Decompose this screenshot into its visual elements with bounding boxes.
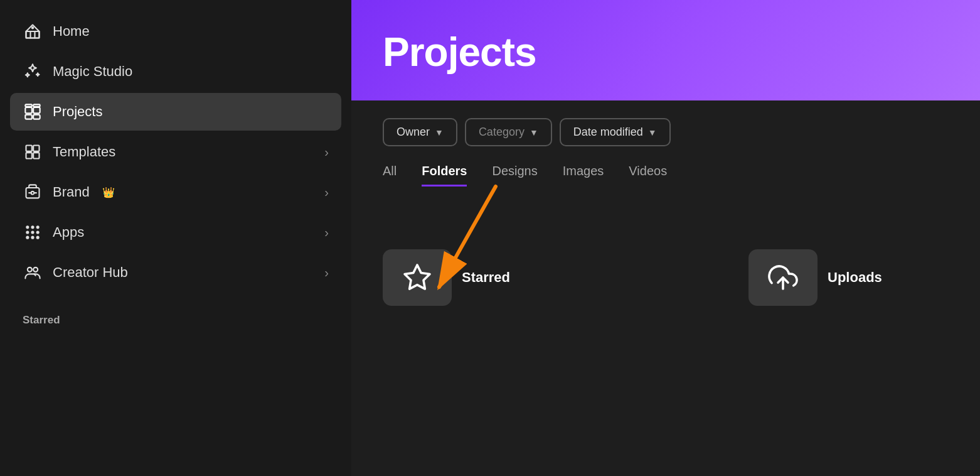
home-icon [23,21,43,41]
content-area: Starred Uploads [351,187,980,476]
tab-all[interactable]: All [383,164,397,187]
svg-point-22 [36,236,40,239]
sidebar-item-magic-studio[interactable]: Magic Studio [10,53,341,90]
svg-point-19 [36,230,40,234]
svg-point-15 [31,225,34,229]
sidebar-item-label: Brand [53,184,90,200]
main-content: Projects Owner ▼ Category ▼ Date modifie… [351,0,980,476]
date-modified-filter[interactable]: Date modified ▼ [560,118,671,146]
svg-marker-26 [405,265,430,289]
page-header: Projects [351,0,980,100]
sidebar-item-brand[interactable]: Brand 👑 › [10,173,341,211]
chevron-down-icon: ▼ [530,127,538,138]
svg-point-14 [26,225,29,229]
svg-rect-2 [25,107,32,113]
chevron-right-icon: › [324,266,329,280]
starred-folder-icon-box [383,249,452,306]
sidebar-item-projects[interactable]: Projects [10,93,341,131]
folder-uploads[interactable]: Uploads [748,249,882,306]
svg-point-13 [31,192,35,195]
svg-rect-0 [26,31,40,38]
tab-images[interactable]: Images [563,164,604,187]
chevron-right-icon: › [324,185,329,200]
category-filter[interactable]: Category ▼ [465,118,552,146]
crown-icon: 👑 [102,187,115,198]
starred-folder-label: Starred [462,269,510,286]
svg-point-17 [26,230,29,234]
svg-rect-8 [26,146,32,151]
svg-rect-12 [26,188,40,198]
chevron-down-icon: ▼ [648,127,657,138]
svg-rect-5 [33,115,40,119]
chevron-right-icon: › [324,225,329,240]
owner-filter[interactable]: Owner ▼ [383,118,457,146]
sidebar-item-creator-hub[interactable]: Creator Hub › [10,254,341,291]
sidebar-item-label: Home [53,23,90,40]
star-icon [402,262,432,293]
svg-rect-3 [33,107,40,113]
sidebar-item-label: Creator Hub [53,264,128,281]
sidebar: Home Magic Studio Projects [0,0,351,476]
sidebar-item-label: Magic Studio [53,63,132,80]
sidebar-item-label: Apps [53,224,84,241]
tab-videos[interactable]: Videos [629,164,667,187]
svg-rect-9 [33,146,39,151]
category-filter-label: Category [479,126,525,139]
sidebar-item-home[interactable]: Home [10,13,341,50]
svg-point-16 [36,225,40,229]
svg-rect-4 [25,115,32,119]
creator-hub-icon [23,262,43,283]
sidebar-item-apps[interactable]: Apps › [10,214,341,251]
svg-rect-6 [25,104,32,107]
page-title: Projects [383,29,536,75]
folder-starred[interactable]: Starred [383,249,510,306]
magic-icon [23,62,43,82]
owner-filter-label: Owner [397,126,430,139]
chevron-down-icon: ▼ [435,127,444,138]
tabs-bar: All Folders Designs Images Videos [351,146,980,187]
templates-icon [23,142,43,162]
filters-bar: Owner ▼ Category ▼ Date modified ▼ [351,100,980,146]
date-modified-filter-label: Date modified [573,126,643,139]
uploads-folder-label: Uploads [828,269,882,286]
svg-point-23 [28,268,32,272]
uploads-folder-icon-box [748,249,818,306]
svg-rect-11 [33,153,39,158]
svg-rect-7 [33,104,40,107]
svg-point-18 [31,230,34,234]
svg-rect-10 [26,153,32,158]
svg-point-1 [32,27,33,28]
sidebar-item-label: Projects [53,104,102,120]
upload-icon [768,262,798,293]
svg-point-21 [31,236,34,239]
sidebar-item-label: Templates [53,144,115,160]
projects-icon [23,102,43,122]
chevron-right-icon: › [324,145,329,160]
brand-icon [23,182,43,202]
starred-section-label: Starred [10,304,341,329]
tab-designs[interactable]: Designs [492,164,537,187]
sidebar-item-templates[interactable]: Templates › [10,133,341,171]
tab-folders[interactable]: Folders [422,164,467,187]
apps-icon [23,222,43,242]
svg-point-24 [33,268,38,272]
svg-point-20 [26,236,29,239]
